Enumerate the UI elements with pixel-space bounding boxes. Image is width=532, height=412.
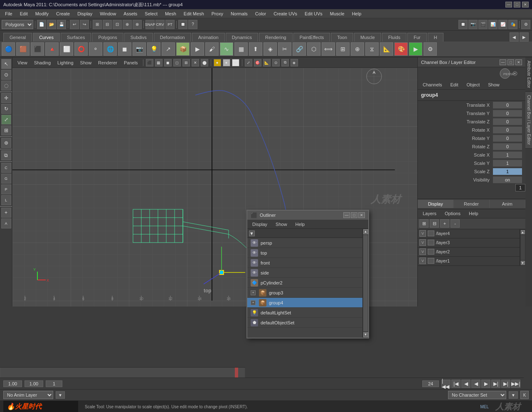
shelf-icon-smooth[interactable]: ⬡ xyxy=(307,42,320,56)
tb-btn-6[interactable]: ⊞ xyxy=(93,20,102,29)
layer-v-4[interactable]: V xyxy=(419,230,426,237)
outliner-item-pcylinder2[interactable]: 🔷 pCylinder2 xyxy=(247,278,362,288)
anim-weight-btn[interactable]: ▼ xyxy=(56,391,65,399)
tb-btn-10[interactable]: ⊗ xyxy=(133,20,142,29)
outliner-item-defaultlightset[interactable]: 💡 defaultLightSet xyxy=(247,308,362,318)
shelf-tab-subdivs[interactable]: Subdivs xyxy=(124,33,153,42)
cb-menu-show[interactable]: Show xyxy=(485,81,503,88)
attr-value-translate-z[interactable] xyxy=(493,118,522,125)
annotation[interactable]: A xyxy=(1,218,11,228)
char-set-btn[interactable]: ▼ xyxy=(509,391,518,399)
shelf-tab-fur[interactable]: Fur xyxy=(407,33,427,42)
menu-modify[interactable]: Modify xyxy=(32,10,52,17)
shelf-icon-curve-tool[interactable]: ∿ xyxy=(220,42,233,56)
vp-shading-2[interactable]: ● xyxy=(223,59,230,66)
shelf-icon-cylinder[interactable]: ⬛ xyxy=(31,42,44,56)
attr-value-rotate-x[interactable] xyxy=(493,127,522,133)
cb-close[interactable]: ✕ xyxy=(515,59,522,65)
tb-settings[interactable]: ⚙ xyxy=(521,20,530,29)
menu-color[interactable]: Color xyxy=(252,10,269,17)
tb-btn-2[interactable]: 📂 xyxy=(47,20,56,29)
shelf-tab-surfaces[interactable]: Surfaces xyxy=(61,33,91,42)
layer-v-2[interactable]: V xyxy=(419,248,426,255)
move-tool[interactable]: ✛ xyxy=(1,93,11,103)
shelf-icon-light[interactable]: 💡 xyxy=(147,42,160,56)
shelf-icon-plane[interactable]: ⬜ xyxy=(60,42,73,56)
vp-icon-3[interactable]: ◼ xyxy=(164,59,172,66)
cb-menu-object[interactable]: Object xyxy=(463,81,483,88)
shelf-tab-curves[interactable]: Curves xyxy=(33,33,60,42)
attr-value-scale-x[interactable] xyxy=(493,152,522,158)
vp-icon-7[interactable]: ⬤ xyxy=(201,59,208,66)
tb-btn-8[interactable]: ⊡ xyxy=(113,20,122,29)
shelf-tab-animation[interactable]: Animation xyxy=(192,33,225,42)
shelf-tab-rendering[interactable]: Rendering xyxy=(259,33,293,42)
step-forward-one[interactable]: ▶| xyxy=(501,380,510,388)
snap-curve[interactable]: C xyxy=(1,163,11,173)
outliner-scroll-down[interactable]: ▼ xyxy=(363,332,368,337)
group4-expand[interactable]: + xyxy=(251,300,256,305)
tb-snap-point[interactable]: PT xyxy=(165,20,175,29)
menu-help[interactable]: Help xyxy=(349,10,365,17)
snap-point-tb[interactable]: P xyxy=(1,184,11,194)
tb-btn-14[interactable]: 🎬 xyxy=(478,20,488,29)
tb-btn-12[interactable]: 🔲 xyxy=(458,20,468,29)
vp-menu-renderer[interactable]: Renderer xyxy=(96,59,120,66)
shelf-tab-polygons[interactable]: Polygons xyxy=(92,33,123,42)
layer-v-1[interactable]: V xyxy=(419,258,426,264)
group3-expand[interactable]: + xyxy=(251,290,256,295)
outliner-scrollbar[interactable]: ▲ ▼ xyxy=(362,229,368,338)
maximize-button[interactable]: □ xyxy=(514,2,520,7)
outliner-item-group3[interactable]: + 📦 group3 xyxy=(247,288,362,298)
outliner-item-defaultobjectset[interactable]: ⬟ defaultObjectSet xyxy=(247,318,362,328)
tb-btn-4[interactable]: ↩ xyxy=(70,20,79,29)
shelf-icon-subdiv[interactable]: ◼ xyxy=(118,42,131,56)
shelf-icon-camera[interactable]: 📷 xyxy=(133,42,146,56)
char-set-selector[interactable]: No Character Set xyxy=(448,391,506,399)
rotate-tool[interactable]: ↻ xyxy=(1,104,11,114)
shelf-icon-mirror[interactable]: ⟺ xyxy=(322,42,335,56)
lasso-tool[interactable]: ◌ xyxy=(1,81,11,91)
vp-icon-13[interactable]: ◈ xyxy=(291,59,298,66)
outliner-close[interactable]: ✕ xyxy=(358,212,365,218)
outliner-menu-show[interactable]: Show xyxy=(272,221,291,228)
layer-scrollbar[interactable]: ▲ ▼ xyxy=(520,229,525,266)
shelf-tab-general[interactable]: General xyxy=(3,33,32,42)
tab-render[interactable]: Render xyxy=(453,200,489,208)
show-manip[interactable]: ⧉ xyxy=(1,150,11,160)
cb-minimize[interactable]: — xyxy=(500,59,506,65)
attr-value-scale-y[interactable] xyxy=(493,160,522,167)
step-back[interactable]: |◀ xyxy=(451,380,461,388)
soft-select[interactable]: ⊛ xyxy=(1,138,11,148)
tb-snap-grid[interactable]: SNAP xyxy=(145,20,155,29)
make-live[interactable]: L xyxy=(1,195,11,205)
timeline-bar[interactable] xyxy=(0,368,245,378)
menu-select[interactable]: Select xyxy=(141,10,161,17)
vp-icon-9[interactable]: 🎯 xyxy=(254,59,261,66)
go-to-start[interactable]: |◀◀ xyxy=(441,380,451,388)
select-tool[interactable]: ↖ xyxy=(1,59,11,69)
attribute-editor-tab[interactable]: Attribute Editor xyxy=(525,57,532,92)
layer-4-box[interactable] xyxy=(428,231,434,236)
tb-btn-3[interactable]: 💾 xyxy=(57,20,66,29)
shelf-icon-paint[interactable]: 🖌 xyxy=(205,42,219,56)
vp-shading-3[interactable]: ● xyxy=(232,59,239,66)
shelf-icon-bridge[interactable]: ⧖ xyxy=(365,42,379,56)
outliner-item-side[interactable]: 👁 side xyxy=(247,268,362,278)
vp-icon-4[interactable]: ◻ xyxy=(173,59,181,66)
channel-box-tab[interactable]: Channel Box / Layer Editor xyxy=(525,92,532,149)
cb-menu-channels[interactable]: Channels xyxy=(419,81,445,88)
shelf-icon-uv[interactable]: 📐 xyxy=(380,42,393,56)
shelf-icon-transform[interactable]: ↗ xyxy=(162,42,175,56)
universal-manip[interactable]: ⊞ xyxy=(1,125,11,135)
minimize-button[interactable]: — xyxy=(505,2,512,7)
tb-btn-9[interactable]: ⊕ xyxy=(123,20,132,29)
shelf-icon-nurbs-sphere[interactable]: 🌐 xyxy=(103,42,117,56)
tb-btn-17[interactable]: 🎭 xyxy=(508,20,517,29)
paint-select-tool[interactable]: ⊙ xyxy=(1,70,11,80)
outliner-minimize[interactable]: — xyxy=(343,212,350,218)
range-val[interactable] xyxy=(46,380,62,387)
attr-value-visibility[interactable] xyxy=(493,177,522,183)
shelf-tab-fluids[interactable]: Fluids xyxy=(382,33,406,42)
range-mid[interactable] xyxy=(25,380,43,387)
